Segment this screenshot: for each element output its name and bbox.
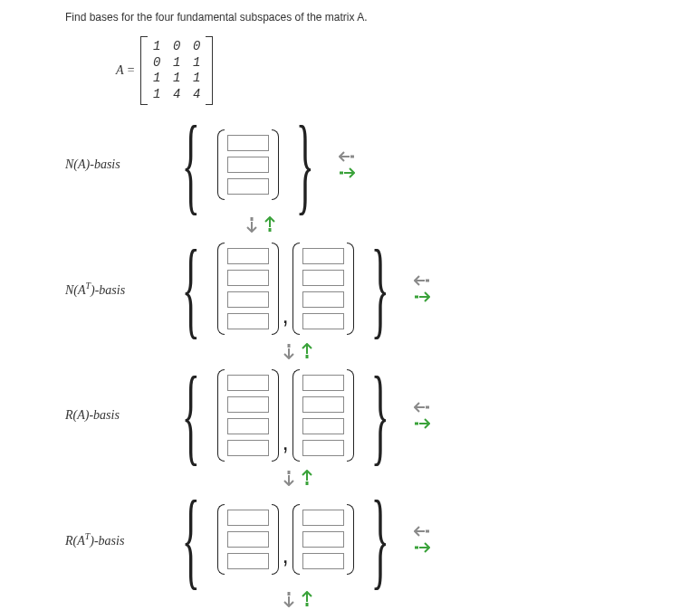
vector-entry-input[interactable] [227,291,269,308]
vector-entry-input[interactable] [227,135,269,151]
remove-row-button[interactable] [283,342,295,360]
svg-rect-5 [415,296,418,299]
matrix-cell: 0 [191,39,202,55]
matrix-cell: 1 [171,55,182,71]
vector-entry-input[interactable] [227,375,269,391]
vector-entry-input[interactable] [302,248,344,264]
remove-vector-button[interactable] [413,274,431,287]
matrix-row: 011 [151,55,202,71]
matrix-row: 111 [151,71,202,87]
vector-entry-input[interactable] [227,270,269,286]
subspace-label: R(A)-basis [65,408,165,423]
add-vector-button[interactable] [413,541,431,554]
vector-entry-input[interactable] [227,553,269,569]
vector-entry-input[interactable] [227,396,269,413]
basis-vector [217,129,279,200]
basis-set: {,} [165,243,431,335]
vector-entry-input[interactable] [227,313,269,329]
matrix-cell: 1 [191,71,202,87]
remove-row-button[interactable] [283,590,295,608]
basis-set: {,} [165,496,431,583]
svg-rect-7 [306,355,309,358]
subspace-label: N(AT)-basis [65,281,165,298]
vector-entry-input[interactable] [302,270,344,286]
matrix-cell: 1 [151,87,162,103]
svg-rect-1 [340,172,343,175]
brace-right: } [371,245,389,332]
matrix-cell: 1 [151,39,162,55]
add-row-button[interactable] [301,342,313,360]
svg-rect-11 [306,481,309,485]
add-vector-button[interactable] [413,417,431,430]
vector-separator: , [281,541,291,575]
add-row-button[interactable] [301,590,313,608]
basis-vector [292,504,354,575]
matrix-cell: 1 [151,71,162,87]
vector-separator: , [281,428,291,462]
svg-rect-9 [415,423,418,425]
vector-entry-input[interactable] [302,313,344,329]
vector-entry-input[interactable] [302,418,344,434]
add-row-button[interactable] [301,469,313,487]
svg-rect-6 [288,344,291,348]
vector-entry-input[interactable] [227,440,269,456]
brace-left: { [182,496,200,583]
brace-right: } [371,496,389,583]
brace-right: } [371,372,389,459]
vector-entry-input[interactable] [227,157,269,173]
remove-vector-button[interactable] [413,525,431,538]
svg-rect-10 [288,471,291,474]
brace-right: } [295,121,313,208]
matrix-cell: 4 [171,87,182,103]
vector-entry-input[interactable] [302,531,344,548]
add-vector-button[interactable] [413,291,431,303]
vector-entry-input[interactable] [302,440,344,456]
matrix-cell: 0 [171,39,182,55]
vector-entry-input[interactable] [227,531,269,548]
vector-entry-input[interactable] [227,248,269,264]
svg-rect-13 [415,547,418,549]
svg-rect-2 [250,217,253,221]
svg-rect-3 [268,228,271,232]
vector-entry-input[interactable] [302,375,344,391]
basis-vector [292,243,354,335]
svg-rect-0 [350,156,354,158]
svg-rect-8 [426,406,429,409]
remove-vector-button[interactable] [338,150,356,163]
vector-separator: , [281,301,291,335]
basis-set: {,} [165,369,431,462]
vector-entry-input[interactable] [302,510,344,526]
matrix-name: A = [116,63,135,78]
add-row-button[interactable] [264,215,276,234]
subspace-row: R(A)-basis{,} [65,360,700,462]
subspace-label: R(AT)-basis [65,531,165,548]
vector-entry-input[interactable] [227,178,269,195]
vector-entry-input[interactable] [302,291,344,308]
vector-entry-input[interactable] [227,510,269,526]
vector-entry-input[interactable] [302,396,344,413]
brace-left: { [182,372,200,459]
add-vector-button[interactable] [338,167,356,179]
question-text: Find bases for the four fundamental subs… [65,11,700,24]
subspace-row: N(A)-basis{} [65,112,700,208]
subspace-row: R(AT)-basis{,} [65,487,700,583]
svg-rect-4 [426,280,429,282]
vector-entry-input[interactable] [302,553,344,569]
vector-entry-input[interactable] [227,418,269,434]
svg-rect-12 [426,530,429,533]
matrix-cell: 1 [171,71,182,87]
basis-vector [292,369,354,462]
matrix-cell: 0 [151,55,162,71]
basis-set: {} [165,121,356,208]
remove-row-button[interactable] [283,469,295,487]
svg-rect-15 [306,603,309,606]
subspace-row: N(AT)-basis{,} [65,234,700,335]
matrix-row: 144 [151,87,202,103]
remove-row-button[interactable] [245,215,258,234]
remove-vector-button[interactable] [413,401,431,414]
basis-vector [217,243,279,335]
brace-left: { [182,121,200,208]
matrix-row: 100 [151,39,202,55]
matrix-cell: 1 [191,55,202,71]
basis-vector [217,369,279,462]
